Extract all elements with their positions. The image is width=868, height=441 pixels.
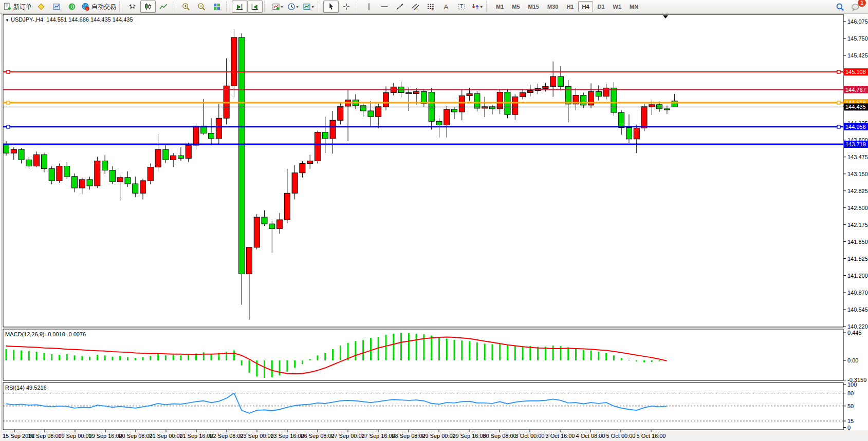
algo-trading-button[interactable]: 自动交易	[80, 1, 118, 13]
text-button[interactable]: A	[438, 1, 454, 13]
x-axis-label: 16 Sep 08:00	[28, 433, 61, 439]
svg-text:E: E	[416, 7, 419, 11]
candlestick	[64, 166, 70, 177]
y-axis-tick-label: 140.220	[847, 323, 868, 330]
signals-button[interactable]	[64, 1, 80, 13]
candlestick	[368, 111, 374, 117]
candlestick	[672, 101, 677, 107]
templates-button[interactable]: ▾	[301, 1, 316, 13]
auto-scroll-button[interactable]	[247, 1, 263, 13]
clock-icon	[287, 3, 296, 11]
zoom-out-button[interactable]	[194, 1, 209, 13]
y-axis-tick-label: 141.200	[847, 273, 868, 279]
arrows-button[interactable]: ▾	[469, 1, 485, 13]
equidistant-channel-button[interactable]: E	[408, 1, 423, 13]
rsi-axis-label: 0	[847, 425, 851, 431]
x-axis-label: 30 Sep 08:00	[483, 433, 516, 439]
candlestick	[140, 181, 146, 193]
price-label-text: 145.108	[845, 69, 866, 75]
x-axis-label: 5 Oct 16:00	[637, 433, 666, 439]
toolbar-separator	[356, 2, 359, 12]
y-axis-tick-label: 143.150	[847, 171, 868, 177]
svg-text:A: A	[444, 3, 449, 11]
candlestick	[497, 92, 503, 108]
bar-chart-button[interactable]	[125, 1, 140, 13]
new-order-button[interactable]: 新订单	[2, 1, 33, 13]
candlestick	[147, 167, 153, 181]
rsi-axis-label: 15	[847, 418, 854, 424]
auto-scroll-icon	[251, 3, 259, 11]
candlestick	[596, 91, 601, 96]
line-handle[interactable]	[7, 70, 10, 73]
y-axis-tick-label: 140.545	[847, 306, 868, 313]
timeframe-m15-button[interactable]: M15	[525, 1, 543, 12]
line-handle[interactable]	[837, 125, 840, 128]
candlestick	[581, 95, 586, 105]
chevron-down-icon[interactable]: ▾	[296, 5, 298, 9]
candlestick	[193, 126, 199, 145]
template-icon	[303, 3, 311, 11]
timeframe-h1-button[interactable]: H1	[563, 1, 577, 12]
new-order-button-label: 新订单	[13, 3, 32, 11]
rsi-label: RSI(14) 49.5216	[5, 385, 47, 391]
timeframe-m30-button[interactable]: M30	[544, 1, 562, 12]
candlestick	[254, 217, 260, 247]
candlestick	[467, 94, 472, 96]
indicators-button[interactable]: ▾	[270, 1, 285, 13]
candlestick-button[interactable]	[140, 1, 156, 13]
toolbar-separator	[119, 2, 123, 12]
symbol-name: USDJPY-,H4	[11, 16, 43, 23]
collapse-icon[interactable]: ▼	[5, 18, 9, 23]
candlestick	[72, 177, 78, 188]
zoom-in-button[interactable]	[178, 1, 194, 13]
chart-shift-button[interactable]	[232, 1, 247, 13]
chart-area[interactable]: 146.075145.750145.425145.100144.775144.4…	[0, 14, 868, 441]
candlestick	[429, 92, 434, 121]
line-handle[interactable]	[7, 125, 10, 128]
chevron-down-icon[interactable]: ▾	[281, 5, 283, 9]
chevron-down-icon[interactable]: ▾	[311, 5, 313, 9]
x-axis-label: 26 Sep 08:00	[301, 433, 334, 439]
vertical-line-button[interactable]	[361, 1, 377, 13]
timeframe-h4-button[interactable]: H4	[578, 1, 593, 12]
main-chart-panel[interactable]	[3, 14, 843, 327]
horizontal-line-button[interactable]	[377, 1, 392, 13]
chevron-down-icon[interactable]: ▾	[480, 5, 482, 9]
metaeditor-button[interactable]	[33, 1, 49, 13]
market-button[interactable]	[49, 1, 64, 13]
tile-windows-button[interactable]	[209, 1, 225, 13]
crosshair-button[interactable]	[339, 1, 354, 13]
candlestick-icon	[144, 3, 152, 11]
candlestick	[79, 180, 85, 188]
chat-button[interactable]: 1	[847, 1, 863, 13]
cursor-button[interactable]	[323, 1, 339, 13]
candlestick	[527, 90, 533, 92]
line-handle[interactable]	[837, 101, 840, 104]
timeframe-d1-button[interactable]: D1	[594, 1, 608, 12]
candlestick	[109, 170, 115, 182]
timeframe-m1-button[interactable]: M1	[492, 1, 507, 12]
trendline-icon	[396, 3, 404, 11]
fibonacci-button[interactable]: F	[423, 1, 438, 13]
line-chart-button[interactable]	[156, 1, 171, 13]
algo-trading-button-label: 自动交易	[91, 3, 116, 11]
candlestick	[4, 144, 9, 153]
candlestick	[11, 149, 16, 153]
toolbar-right-group: 1	[832, 1, 863, 13]
timeframe-mn-button[interactable]: MN	[626, 1, 642, 12]
candlestick	[414, 91, 419, 93]
trendline-button[interactable]	[392, 1, 408, 13]
line-handle[interactable]	[7, 101, 10, 104]
text-label-button[interactable]: T	[454, 1, 469, 13]
search-button[interactable]	[832, 1, 847, 13]
timeframe-w1-button[interactable]: W1	[610, 1, 625, 12]
periods-button[interactable]: ▾	[285, 1, 301, 13]
candlestick	[626, 127, 632, 139]
x-axis-label: 22 Sep 08:00	[210, 433, 243, 439]
candlestick	[436, 121, 442, 125]
line-handle[interactable]	[837, 70, 840, 73]
candlestick	[330, 120, 336, 139]
x-axis-label: 3 Oct 00:00	[515, 433, 545, 439]
x-axis-label: 20 Sep 08:00	[119, 433, 152, 439]
timeframe-m5-button[interactable]: M5	[508, 1, 523, 12]
